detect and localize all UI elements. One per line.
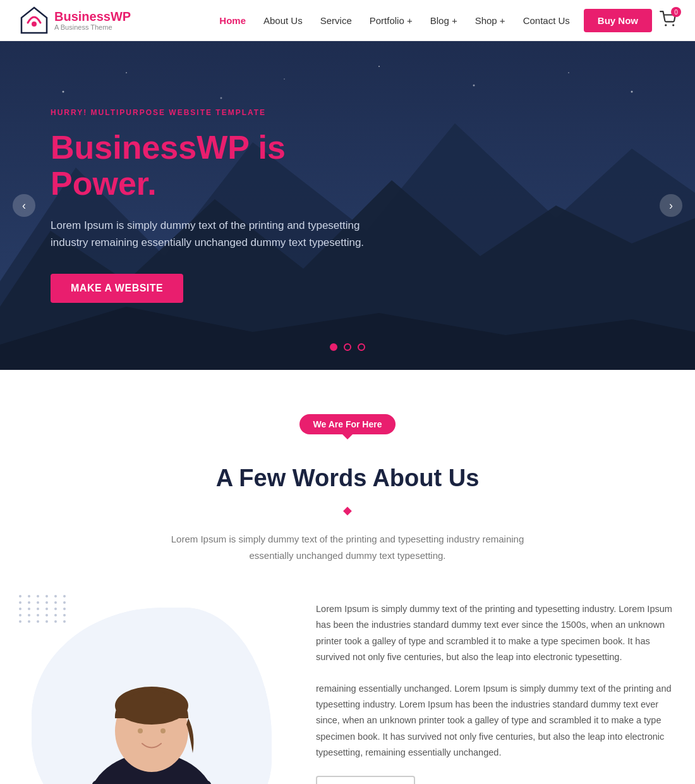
about-description: Lorem Ipsum is simply dummy text of the … (158, 531, 537, 563)
main-nav: BusinessWP A Business Theme Home About U… (0, 0, 695, 41)
dot-grid-topleft (19, 595, 68, 623)
hero-content: Hurry! Multipurpose Website Template Bus… (0, 108, 442, 303)
nav-links: Home About Us Service Portfolio + Blog +… (212, 10, 577, 31)
nav-about[interactable]: About Us (256, 10, 310, 31)
hero-dots (330, 343, 365, 351)
section-tag: We Are For Here (299, 414, 396, 434)
buy-now-button[interactable]: Buy Now (584, 9, 652, 32)
svg-point-12 (473, 85, 475, 87)
about-text: Lorem Ipsum is simply dummy text of the … (316, 595, 676, 784)
hero-title-black: Business (51, 129, 196, 166)
about-para-2: remaining essentially unchanged. Lorem I… (316, 681, 676, 761)
svg-point-11 (378, 66, 380, 67)
hero-title-pink: WP (196, 129, 249, 166)
svg-point-22 (160, 728, 166, 733)
hero-dot-1[interactable] (330, 343, 337, 351)
svg-point-9 (126, 72, 127, 73)
hero-prev-icon: ‹ (22, 199, 26, 212)
about-para-1: Lorem Ipsum is simply dummy text of the … (316, 601, 676, 666)
section-divider: ◆ (19, 503, 676, 517)
hero-next-icon: › (669, 199, 673, 212)
svg-point-10 (221, 97, 222, 99)
svg-point-1 (32, 21, 37, 27)
nav-home[interactable]: Home (212, 10, 253, 31)
cart-count: 0 (671, 7, 681, 17)
hero-dot-2[interactable] (344, 343, 351, 351)
svg-point-21 (138, 728, 143, 733)
svg-point-8 (63, 91, 64, 93)
nav-service[interactable]: Service (313, 10, 360, 31)
svg-point-14 (631, 91, 633, 93)
hero-description: Lorem Ipsum is simply dummy text of the … (51, 217, 392, 251)
about-title: A Few Words About Us (19, 465, 676, 492)
logo-text-black: Business (54, 9, 111, 23)
hero-next-button[interactable]: › (660, 194, 682, 217)
about-image-wrap (19, 595, 284, 784)
section-tag-wrapper: We Are For Here (19, 414, 676, 448)
nav-shop[interactable]: Shop + (468, 10, 513, 31)
svg-point-2 (665, 24, 667, 26)
about-blob (32, 608, 272, 784)
nav-portfolio[interactable]: Portfolio + (362, 10, 420, 31)
hero-section: ‹ Hurry! Multipurpose Website Template B… (0, 41, 695, 370)
hero-prev-button[interactable]: ‹ (13, 194, 35, 217)
view-more-button[interactable]: View More → (316, 776, 415, 784)
svg-point-13 (568, 72, 569, 73)
logo-icon (19, 5, 49, 35)
hero-title: BusinessWP is Power. (51, 130, 392, 202)
about-content: Lorem Ipsum is simply dummy text of the … (19, 595, 676, 784)
svg-marker-0 (21, 8, 47, 33)
hero-cta-button[interactable]: Make A Website (51, 274, 183, 303)
cart-icon[interactable]: 0 (660, 11, 676, 30)
hero-tagline: Hurry! Multipurpose Website Template (51, 108, 392, 117)
svg-point-15 (284, 78, 285, 80)
logo-subtitle: A Business Theme (54, 23, 131, 31)
person-illustration (32, 608, 272, 784)
logo[interactable]: BusinessWP A Business Theme (19, 5, 131, 35)
nav-contact[interactable]: Contact Us (516, 10, 577, 31)
nav-blog[interactable]: Blog + (423, 10, 465, 31)
svg-point-3 (672, 24, 674, 26)
about-section: We Are For Here A Few Words About Us ◆ L… (0, 370, 695, 784)
hero-dot-3[interactable] (358, 343, 365, 351)
logo-text-pink: WP (111, 9, 131, 23)
about-header: We Are For Here A Few Words About Us ◆ L… (19, 414, 676, 563)
